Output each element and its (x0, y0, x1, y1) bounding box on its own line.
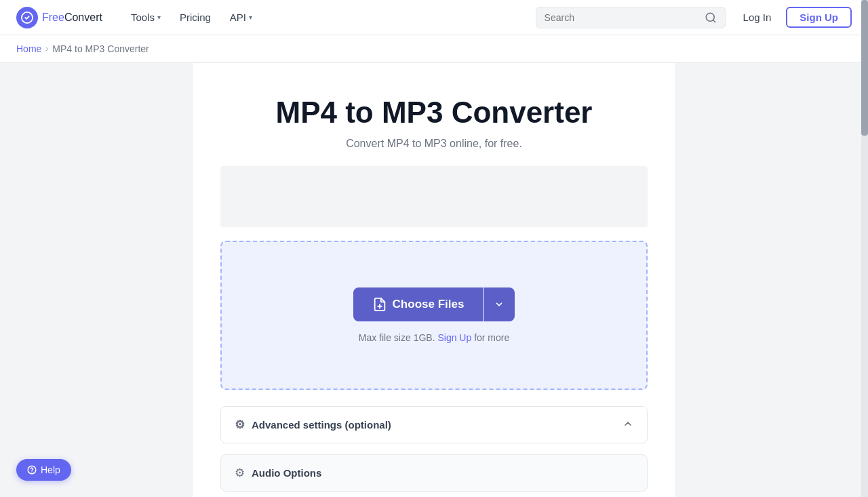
nav-api[interactable]: API ▾ (223, 7, 259, 27)
help-button[interactable]: Help (16, 459, 71, 481)
scrollbar-thumb[interactable] (861, 0, 868, 136)
svg-line-2 (713, 20, 715, 22)
nav-links: Tools ▾ Pricing API ▾ (124, 7, 536, 27)
page-header: MP4 to MP3 Converter Convert MP4 to MP3 … (193, 63, 675, 166)
signup-link[interactable]: Sign Up (437, 332, 471, 343)
brand-free: Free (42, 12, 64, 23)
drop-zone[interactable]: Choose Files Max file size 1GB. Sign Up … (220, 241, 648, 390)
file-upload-icon (372, 297, 387, 312)
brand-convert: Convert (64, 12, 102, 23)
audio-options-header[interactable]: ⚙ Audio Options (221, 455, 647, 491)
help-circle-icon (27, 465, 37, 475)
main-content: MP4 to MP3 Converter Convert MP4 to MP3 … (193, 63, 675, 497)
brand-text: FreeConvert (42, 12, 102, 24)
brand-logo-icon (16, 7, 38, 28)
breadcrumb-current: MP4 to MP3 Converter (52, 43, 149, 54)
advanced-settings-title: ⚙ Advanced settings (optional) (235, 418, 391, 432)
breadcrumb: Home › MP4 to MP3 Converter (0, 35, 868, 63)
choose-files-dropdown-button[interactable] (484, 287, 515, 321)
drop-zone-hint: Max file size 1GB. Sign Up for more (359, 332, 510, 343)
search-input[interactable] (545, 12, 699, 23)
ad-banner (220, 166, 648, 227)
page-layout: MP4 to MP3 Converter Convert MP4 to MP3 … (0, 63, 868, 497)
signup-button[interactable]: Sign Up (786, 7, 852, 28)
sidebar-right (675, 63, 868, 497)
page-scrollbar[interactable] (861, 0, 868, 497)
nav-pricing[interactable]: Pricing (173, 7, 218, 27)
dropdown-chevron-icon (494, 300, 504, 309)
page-title: MP4 to MP3 Converter (220, 96, 648, 130)
choose-files-btn-group: Choose Files (353, 287, 515, 321)
nav-tools[interactable]: Tools ▾ (124, 7, 167, 27)
choose-files-button[interactable]: Choose Files (353, 287, 484, 321)
breadcrumb-separator: › (45, 44, 48, 54)
tools-chevron-icon: ▾ (157, 14, 161, 21)
advanced-settings-header[interactable]: ⚙ Advanced settings (optional) (221, 407, 647, 443)
nav-auth: Log In Sign Up (736, 7, 852, 28)
audio-options: ⚙ Audio Options (220, 454, 648, 492)
navbar: FreeConvert Tools ▾ Pricing API ▾ Log In… (0, 0, 868, 35)
advanced-settings: ⚙ Advanced settings (optional) (220, 406, 648, 443)
search-button[interactable] (705, 12, 717, 24)
breadcrumb-home[interactable]: Home (16, 43, 41, 54)
search-icon (705, 12, 717, 24)
brand-logo-link[interactable]: FreeConvert (16, 7, 102, 28)
search-bar (536, 7, 726, 28)
audio-gear-icon: ⚙ (235, 466, 245, 480)
settings-gear-icon: ⚙ (235, 418, 245, 432)
advanced-chevron-icon (623, 418, 633, 431)
api-chevron-icon: ▾ (249, 14, 252, 21)
sidebar-left (0, 63, 193, 497)
page-subtitle: Convert MP4 to MP3 online, for free. (220, 138, 648, 150)
login-button[interactable]: Log In (736, 7, 778, 27)
